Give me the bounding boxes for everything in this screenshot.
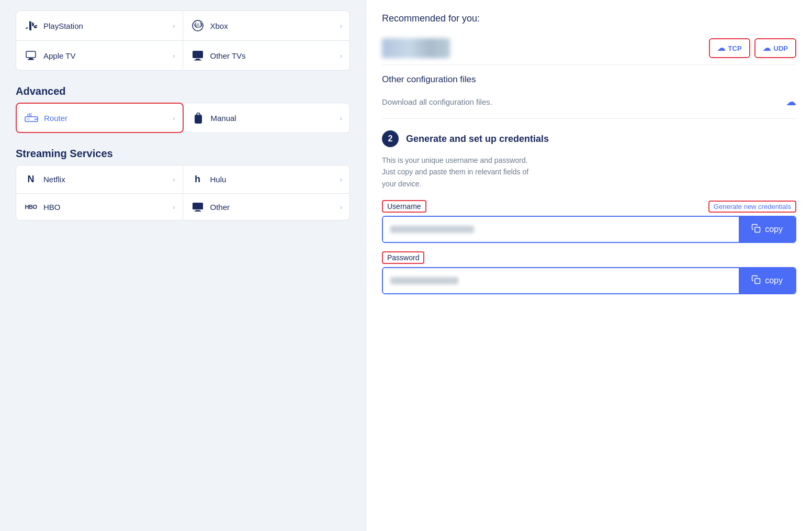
- streaming-row-2: HBO HBO › Other ›: [16, 194, 349, 220]
- username-copy-label: copy: [765, 225, 783, 234]
- svg-rect-6: [196, 59, 200, 60]
- streaming-grid: N Netflix › h Hulu › HBO HBO ›: [16, 165, 350, 220]
- svg-rect-4: [28, 59, 34, 60]
- hulu-label: Hulu: [210, 175, 340, 184]
- credentials-section: 2 Generate and set up credentials This i…: [382, 119, 796, 294]
- othertv-icon: [190, 49, 205, 62]
- svg-rect-11: [27, 118, 30, 120]
- router-chevron: ›: [173, 114, 175, 122]
- playstation-item[interactable]: PlayStation ›: [16, 11, 183, 40]
- advanced-section-title: Advanced: [16, 85, 350, 97]
- router-item[interactable]: Router ›: [16, 103, 184, 133]
- hbo-label: HBO: [43, 203, 173, 212]
- udp-label: UDP: [774, 45, 788, 52]
- password-input-row: copy: [382, 267, 796, 294]
- recommended-title: Recommended for you:: [382, 13, 796, 24]
- netflix-chevron: ›: [173, 175, 175, 183]
- recommended-row: ☁ TCP ☁ UDP: [382, 32, 796, 65]
- appletv-label: Apple TV: [43, 51, 173, 60]
- download-buttons: ☁ TCP ☁ UDP: [709, 38, 796, 58]
- copy-icon-username: [751, 224, 761, 236]
- password-copy-label: copy: [765, 276, 783, 285]
- svg-rect-12: [193, 203, 203, 209]
- svg-rect-7: [194, 60, 201, 61]
- device-grid: PlayStation › Xbox ›: [16, 10, 350, 71]
- download-all-text: Download all configuration files.: [382, 97, 492, 106]
- xbox-label: Xbox: [210, 21, 340, 30]
- username-copy-button[interactable]: copy: [739, 217, 795, 242]
- download-all-cloud-icon: ☁: [786, 96, 796, 107]
- svg-point-10: [36, 118, 37, 119]
- generate-credentials-link[interactable]: Generate new credentials: [708, 201, 796, 213]
- other-streaming-chevron: ›: [340, 203, 342, 211]
- othertv-chevron: ›: [340, 52, 342, 60]
- streaming-row-1: N Netflix › h Hulu ›: [16, 165, 349, 194]
- username-label: Username: [382, 200, 426, 213]
- appletv-chevron: ›: [173, 52, 175, 60]
- xbox-chevron: ›: [340, 22, 342, 30]
- playstation-icon: [24, 19, 38, 32]
- svg-rect-5: [193, 51, 203, 58]
- hulu-icon: h: [190, 174, 205, 185]
- svg-point-1: [196, 23, 199, 28]
- tcp-cloud-icon: ☁: [717, 43, 725, 53]
- hbo-item[interactable]: HBO HBO ›: [16, 194, 183, 220]
- other-config-title: Other configuration files: [382, 74, 796, 85]
- netflix-item[interactable]: N Netflix ›: [16, 165, 183, 193]
- credentials-header: 2 Generate and set up credentials: [382, 130, 796, 147]
- device-row-1: PlayStation › Xbox ›: [16, 11, 349, 41]
- appletv-icon: [24, 49, 38, 62]
- udp-cloud-icon: ☁: [763, 43, 771, 53]
- hulu-chevron: ›: [340, 175, 342, 183]
- tcp-label: TCP: [728, 45, 742, 52]
- manual-chevron: ›: [340, 114, 342, 122]
- download-all-row: Download all configuration files. ☁: [382, 91, 796, 112]
- hbo-chevron: ›: [173, 203, 175, 211]
- othertv-item[interactable]: Other TVs ›: [183, 41, 350, 70]
- credentials-description: This is your unique username and passwor…: [382, 154, 796, 190]
- recommended-image: [382, 38, 450, 58]
- username-field: [383, 217, 739, 242]
- hulu-item[interactable]: h Hulu ›: [183, 165, 350, 193]
- netflix-icon: N: [24, 174, 38, 185]
- manual-icon: [191, 112, 206, 124]
- right-panel: Recommended for you: ☁ TCP ☁ UDP Other c…: [366, 0, 812, 531]
- password-copy-button[interactable]: copy: [739, 268, 795, 293]
- svg-point-9: [35, 118, 36, 119]
- username-value: [390, 226, 474, 233]
- copy-icon-password: [751, 275, 761, 287]
- playstation-label: PlayStation: [43, 21, 173, 30]
- appletv-item[interactable]: Apple TV ›: [16, 41, 183, 70]
- router-icon: [24, 113, 39, 123]
- udp-button[interactable]: ☁ UDP: [754, 38, 796, 58]
- username-field-row: Username Generate new credentials: [382, 200, 796, 213]
- router-label: Router: [44, 114, 173, 123]
- other-config-section: Other configuration files Download all c…: [382, 65, 796, 119]
- left-panel: PlayStation › Xbox ›: [0, 0, 366, 531]
- othertv-label: Other TVs: [210, 51, 340, 60]
- username-input-row: copy: [382, 216, 796, 243]
- advanced-grid: Router › Manual ›: [16, 103, 350, 133]
- other-streaming-icon: [190, 202, 205, 212]
- other-streaming-label: Other: [210, 203, 340, 212]
- manual-item[interactable]: Manual ›: [183, 103, 350, 132]
- hbo-icon: HBO: [24, 204, 38, 210]
- svg-rect-16: [755, 278, 760, 283]
- step-badge: 2: [382, 130, 399, 147]
- svg-rect-15: [755, 227, 760, 232]
- tcp-button[interactable]: ☁ TCP: [709, 38, 750, 58]
- streaming-section-title: Streaming Services: [16, 148, 350, 160]
- netflix-label: Netflix: [43, 175, 173, 184]
- xbox-icon: [190, 19, 205, 32]
- svg-rect-2: [26, 51, 36, 58]
- password-field-row: Password: [382, 251, 796, 264]
- other-streaming-item[interactable]: Other ›: [183, 194, 350, 220]
- manual-label: Manual: [211, 114, 340, 123]
- svg-rect-14: [194, 211, 201, 212]
- device-row-2: Apple TV › Other TVs ›: [16, 41, 349, 70]
- svg-rect-3: [29, 58, 33, 59]
- download-all-button[interactable]: ☁: [786, 95, 796, 108]
- credentials-title: Generate and set up credentials: [406, 134, 549, 145]
- svg-rect-13: [196, 210, 200, 211]
- xbox-item[interactable]: Xbox ›: [183, 11, 350, 40]
